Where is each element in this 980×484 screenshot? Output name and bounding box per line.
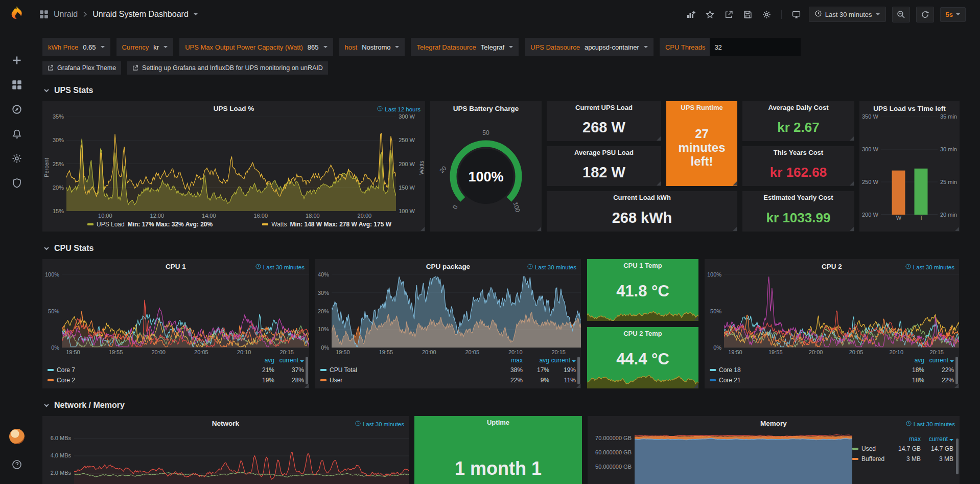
sidebar-item-dashboards[interactable] [11,79,22,90]
variable-value[interactable]: Nostromo [362,43,390,51]
panel-title[interactable]: CPU 1 Temp [587,259,698,272]
panel-title[interactable]: Average Daily Cost [742,101,854,114]
legend-series-name[interactable]: Core 2 [48,377,245,384]
favorite-button[interactable] [704,8,716,21]
legend-column-header[interactable]: avg [523,357,549,364]
panel-time-override[interactable]: Last 30 minutes [906,421,955,427]
row-header-cpu-stats[interactable]: CPU Stats [42,232,960,259]
legend-column-header[interactable]: current [921,435,953,443]
panel-resize-handle[interactable] [694,384,698,388]
panel-title[interactable]: UPS Battery Charge [430,101,542,117]
dashboard-picker-icon[interactable] [39,10,49,19]
panel-time-override[interactable]: Last 30 minutes [255,264,305,270]
refresh-interval-picker[interactable]: 5s [940,7,966,22]
panel-title[interactable]: Network [42,416,409,431]
legend-series-name[interactable]: User [320,377,496,384]
legend-series-name[interactable]: Core 7 [48,366,245,374]
row-header-ups-stats[interactable]: UPS Stats [42,75,960,101]
memory-chart[interactable] [635,431,852,484]
help-button[interactable] [11,459,22,470]
dashboard-settings-button[interactable] [760,8,773,21]
time-range-picker[interactable]: Last 30 minutes [809,7,886,22]
legend-scrollbar[interactable] [955,357,958,384]
panel-title[interactable]: UPS Load % [42,101,425,117]
legend-item[interactable]: UPS LoadMin: 17% Max: 32% Avg: 20% [87,221,213,228]
template-variable-ups-datasource[interactable]: UPS Datasourceapcupsd-container [525,38,654,56]
panel-time-override[interactable]: Last 30 minutes [355,421,404,427]
legend-scrollbar[interactable] [956,439,959,474]
dashboard-link-setting-up-grafana-and-influxd[interactable]: Setting up Grafana and InfluxDB for UPS … [127,61,328,75]
cpu2-chart[interactable] [724,274,959,348]
row-header-network-memory[interactable]: Network / Memory [42,388,960,416]
legend-scrollbar[interactable] [577,357,580,384]
panel-title[interactable]: Current UPS Load [547,101,661,114]
panel-resize-handle[interactable] [954,384,959,388]
sidebar-item-explore[interactable] [11,104,22,115]
sidebar-item-alerting[interactable] [11,128,22,140]
create-button[interactable] [11,55,22,66]
legend-series-name[interactable]: Buffered [852,455,888,463]
variable-value[interactable]: Telegraf [481,43,504,51]
variable-value[interactable]: kr [153,43,159,51]
legend-column-header[interactable]: avg [895,357,924,364]
panel-title[interactable]: Estimated Yearly Cost [742,191,854,204]
dashboard-dropdown-caret-icon[interactable] [194,13,198,15]
legend-column-header[interactable]: max [496,357,523,364]
ups-load-chart[interactable] [66,117,396,211]
network-chart[interactable] [74,431,409,484]
panel-time-override[interactable]: Last 30 minutes [905,264,954,270]
legend-column-header[interactable]: max [888,435,921,443]
legend-column-header[interactable]: current [924,357,954,364]
panel-resize-handle[interactable] [421,227,425,231]
legend-series-name[interactable]: Used [852,445,888,452]
panel-resize-handle[interactable] [850,136,854,141]
save-button[interactable] [741,8,754,21]
legend-scrollbar[interactable] [306,357,308,384]
template-variable-cpu-threads[interactable]: CPU Threads [660,38,801,56]
panel-title[interactable]: Average PSU Load [547,146,661,159]
panel-resize-handle[interactable] [576,384,580,388]
panel-resize-handle[interactable] [694,316,698,320]
panel-title[interactable]: Uptime [414,416,582,429]
panel-resize-handle[interactable] [305,384,309,388]
add-panel-button[interactable] [685,8,697,21]
panel-resize-handle[interactable] [850,227,854,231]
panel-title[interactable]: Current Load kWh [547,191,737,204]
legend-series-name[interactable]: Core 18 [710,366,895,374]
panel-time-override[interactable]: Last 12 hours [377,106,421,112]
zoom-out-button[interactable] [892,7,910,22]
template-variable-kwh-price[interactable]: kWh Price0.65 [42,38,110,56]
cpu1-chart[interactable] [62,274,309,348]
variable-value[interactable]: 865 [308,43,319,51]
legend-item[interactable]: WattsMin: 148 W Max: 278 W Avg: 175 W [262,221,391,228]
legend-column-header[interactable]: current [274,357,304,364]
template-variable-host[interactable]: hostNostromo [339,38,405,56]
panel-resize-handle[interactable] [955,227,959,231]
refresh-button[interactable] [916,7,934,22]
share-button[interactable] [722,8,735,21]
template-variable-ups-max-output-power-capacity-watt[interactable]: UPS Max Output Power Capacity (Watt)865 [179,38,333,56]
legend-series-name[interactable]: CPU Total [320,366,496,374]
template-variable-currency[interactable]: Currencykr [116,38,174,56]
sidebar-item-configuration[interactable] [11,153,22,164]
breadcrumb-app[interactable]: Unraid [54,10,78,19]
panel-resize-handle[interactable] [733,181,737,186]
template-variable-telegraf-datasource[interactable]: Telegraf DatasourceTelegraf [411,38,519,56]
sidebar-item-server-admin[interactable] [11,177,22,189]
panel-title[interactable]: CPU 2 Temp [587,327,698,340]
variable-input[interactable] [710,38,801,56]
cycle-view-button[interactable] [790,8,803,21]
user-avatar[interactable] [9,429,25,444]
grafana-logo[interactable] [7,5,27,26]
panel-time-override[interactable]: Last 30 minutes [527,264,576,270]
legend-column-header[interactable]: current [549,357,576,364]
cpu-package-chart[interactable] [332,274,581,348]
variable-value[interactable]: apcupsd-container [585,43,639,51]
dashboard-link-grafana-plex-theme[interactable]: Grafana Plex Theme [42,61,121,75]
ups-vs-time-chart[interactable] [881,117,938,215]
panel-title[interactable]: UPS Runtime [666,101,737,114]
panel-resize-handle[interactable] [733,227,737,231]
panel-resize-handle[interactable] [850,181,854,186]
legend-column-header[interactable]: avg [245,357,274,364]
panel-title[interactable]: Memory [588,416,960,431]
